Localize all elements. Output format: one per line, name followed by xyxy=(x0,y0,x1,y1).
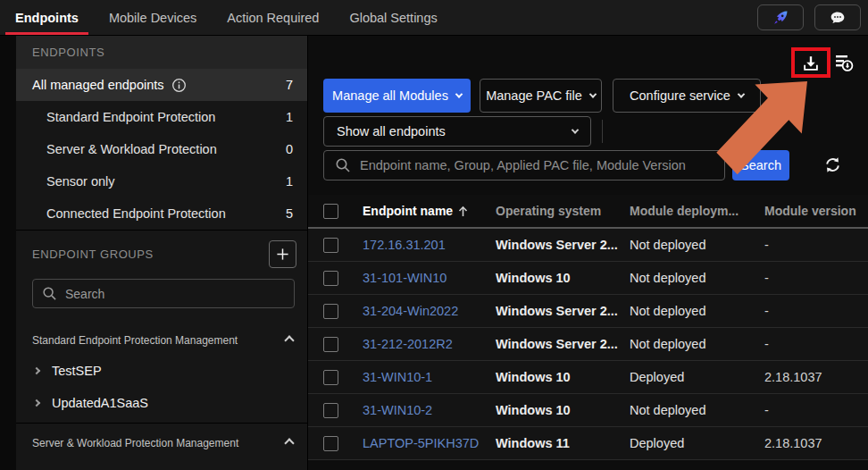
info-icon[interactable] xyxy=(171,78,187,93)
table-row: LAPTOP-5PIKH37D Windows 11 Deployed 2.18… xyxy=(308,427,868,460)
feedback-chat-button[interactable] xyxy=(814,4,861,30)
endpoint-name-link[interactable]: 31-WIN10-2 xyxy=(363,403,496,417)
column-header-module-version[interactable]: Module version xyxy=(764,204,868,218)
collapsed-left-rail xyxy=(0,36,16,470)
row-checkbox[interactable] xyxy=(323,436,338,451)
endpoint-name-link[interactable]: 172.16.31.201 xyxy=(363,238,496,252)
chevron-right-icon xyxy=(33,367,40,374)
endpoint-name-link[interactable]: LAPTOP-5PIKH37D xyxy=(363,436,496,450)
version-cell: 2.18.1037 xyxy=(764,370,868,384)
filter-label: Server & Workload Protection xyxy=(46,142,217,156)
chevron-right-icon xyxy=(33,399,40,407)
filter-count: 7 xyxy=(286,78,293,92)
row-checkbox[interactable] xyxy=(323,238,338,253)
column-header-module-deployment[interactable]: Module deploym... xyxy=(630,204,764,218)
filter-count: 1 xyxy=(286,174,293,189)
endpoint-search-box[interactable] xyxy=(323,150,725,180)
tab-mobile-devices[interactable]: Mobile Devices xyxy=(94,0,212,35)
chevron-down-icon xyxy=(589,90,597,97)
endpoint-name-link[interactable]: 31-204-Win2022 xyxy=(363,304,496,318)
download-icon xyxy=(801,54,821,73)
column-label: Endpoint name xyxy=(363,204,453,218)
export-history-icon xyxy=(832,51,855,74)
sidebar-item-standard-endpoint-protection[interactable]: Standard Endpoint Protection 1 xyxy=(16,101,307,133)
filter-count: 1 xyxy=(286,110,293,124)
row-checkbox[interactable] xyxy=(323,403,338,418)
group-section-server-workload-management[interactable]: Server & Workload Protection Management xyxy=(16,423,307,462)
tab-action-required[interactable]: Action Required xyxy=(212,0,334,35)
table-row: 31-212-2012R2 Windows Server 2... Not de… xyxy=(308,328,868,361)
os-cell: Windows Server 2... xyxy=(496,238,630,252)
group-item-label: UpdatedA1SaaS xyxy=(52,396,148,410)
deployment-cell: Not deployed xyxy=(630,403,764,417)
os-cell: Windows 10 xyxy=(496,271,630,285)
refresh-icon xyxy=(823,155,842,174)
version-cell: - xyxy=(764,304,868,318)
chevron-down-icon xyxy=(738,90,745,97)
group-section-label: Standard Endpoint Protection Management xyxy=(32,334,238,347)
manage-pac-file-button[interactable]: Manage PAC file xyxy=(480,79,602,113)
row-checkbox[interactable] xyxy=(323,370,338,385)
search-icon xyxy=(42,286,57,301)
sidebar-item-sensor-only[interactable]: Sensor only 1 xyxy=(16,165,307,197)
group-section-standard-sep-management[interactable]: Standard Endpoint Protection Management xyxy=(16,326,307,355)
filter-count: 0 xyxy=(286,142,293,156)
group-search-input[interactable] xyxy=(65,287,285,301)
row-checkbox[interactable] xyxy=(323,337,338,352)
search-button[interactable]: Search xyxy=(732,150,789,180)
column-header-endpoint-name[interactable]: Endpoint name xyxy=(363,204,496,218)
endpoint-search-input[interactable] xyxy=(360,158,714,172)
group-item-label: TestSEP xyxy=(52,364,102,378)
endpoint-name-link[interactable]: 31-WIN10-1 xyxy=(363,370,496,384)
refresh-button[interactable] xyxy=(821,153,844,176)
manage-all-modules-button[interactable]: Manage all Modules xyxy=(323,79,471,113)
deployment-cell: Not deployed xyxy=(630,337,764,351)
show-endpoints-dropdown[interactable]: Show all endpoints xyxy=(323,116,591,147)
sidebar-item-server-workload-protection[interactable]: Server & Workload Protection 0 xyxy=(16,133,307,165)
add-group-button[interactable] xyxy=(269,240,296,268)
group-section-label: Server & Workload Protection Management xyxy=(32,437,238,449)
table-row: 31-204-Win2022 Windows Server 2... Not d… xyxy=(308,295,868,328)
table-row: 172.16.31.201 Windows Server 2... Not de… xyxy=(308,229,868,262)
select-all-checkbox[interactable] xyxy=(323,204,338,219)
sidebar-item-all-managed-endpoints[interactable]: All managed endpoints 7 xyxy=(16,69,307,101)
chevron-down-icon xyxy=(455,90,463,97)
version-cell: - xyxy=(764,271,868,285)
main-panel: Manage all Modules Manage PAC file Confi… xyxy=(308,36,868,470)
plus-icon xyxy=(276,248,289,261)
endpoint-groups-section-header: ENDPOINT GROUPS xyxy=(16,231,307,277)
row-checkbox[interactable] xyxy=(323,304,338,319)
sidebar-item-connected-endpoint-protection[interactable]: Connected Endpoint Protection 5 xyxy=(16,197,307,230)
chevron-up-icon xyxy=(284,335,294,345)
endpoint-table: Endpoint name Operating system Module de… xyxy=(308,195,868,460)
export-button[interactable] xyxy=(797,53,825,74)
filter-label: Sensor only xyxy=(46,174,115,189)
deployment-cell: Not deployed xyxy=(630,238,764,252)
sidebar: ENDPOINTS All managed endpoints 7 Standa… xyxy=(16,36,308,470)
whats-new-button[interactable] xyxy=(757,4,804,30)
version-cell: - xyxy=(764,337,868,351)
dropdown-value: Show all endpoints xyxy=(337,124,446,138)
os-cell: Windows Server 2... xyxy=(496,304,630,318)
group-item-testsep[interactable]: TestSEP xyxy=(16,355,307,387)
filter-label: Connected Endpoint Protection xyxy=(46,206,226,221)
chevron-down-icon xyxy=(572,126,579,133)
group-item-updateda1saas[interactable]: UpdatedA1SaaS xyxy=(16,387,307,419)
endpoint-name-link[interactable]: 31-101-WIN10 xyxy=(363,271,496,285)
endpoint-name-link[interactable]: 31-212-2012R2 xyxy=(363,337,496,351)
tab-global-settings[interactable]: Global Settings xyxy=(334,0,452,35)
endpoint-groups-label: ENDPOINT GROUPS xyxy=(32,248,154,261)
configure-service-button[interactable]: Configure service xyxy=(613,79,761,113)
table-row: 31-WIN10-1 Windows 10 Deployed 2.18.1037 xyxy=(308,361,868,394)
tab-endpoints[interactable]: Endpoints xyxy=(0,0,94,35)
column-header-operating-system[interactable]: Operating system xyxy=(496,204,630,218)
export-history-button[interactable] xyxy=(830,50,857,75)
group-search-wrap xyxy=(16,277,307,317)
sort-ascending-icon xyxy=(458,206,468,217)
chevron-up-icon xyxy=(284,438,294,448)
deployment-cell: Not deployed xyxy=(630,271,764,285)
table-row: 31-WIN10-2 Windows 10 Not deployed - xyxy=(308,394,868,427)
endpoint-inventory-app: Endpoints Mobile Devices Action Required… xyxy=(0,0,868,470)
row-checkbox[interactable] xyxy=(323,271,338,286)
group-search-box[interactable] xyxy=(32,279,295,308)
